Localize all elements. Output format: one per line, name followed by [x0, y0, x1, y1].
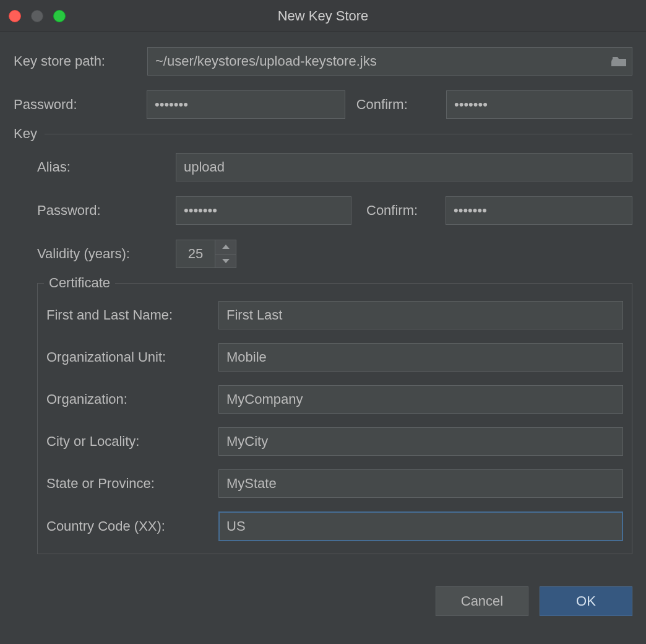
- titlebar: New Key Store: [0, 0, 646, 32]
- certificate-section: Certificate First and Last Name: Organiz…: [37, 283, 632, 554]
- certificate-section-label: Certificate: [44, 275, 115, 291]
- city-input[interactable]: [218, 427, 623, 456]
- validity-decrement-button[interactable]: [215, 255, 236, 268]
- key-section: Key Alias: Password: Confirm: Validity (…: [14, 134, 632, 554]
- first-last-input[interactable]: [218, 301, 623, 329]
- minimize-window-button: [31, 10, 43, 22]
- keystore-password-input[interactable]: [147, 90, 345, 119]
- key-confirm-input[interactable]: [446, 196, 632, 225]
- state-input[interactable]: [218, 469, 623, 498]
- org-unit-input[interactable]: [218, 343, 623, 372]
- validity-value[interactable]: 25: [176, 240, 215, 268]
- key-password-input[interactable]: [176, 196, 351, 225]
- ok-button[interactable]: OK: [540, 586, 632, 616]
- folder-icon: [611, 55, 627, 67]
- maximize-window-button[interactable]: [53, 10, 66, 22]
- validity-increment-button[interactable]: [215, 240, 236, 255]
- close-window-button[interactable]: [9, 10, 21, 22]
- state-label: State or Province:: [46, 476, 218, 492]
- chevron-down-icon: [222, 259, 230, 263]
- city-label: City or Locality:: [46, 433, 218, 450]
- key-section-label: Key: [14, 126, 45, 142]
- alias-input[interactable]: [176, 153, 632, 181]
- keystore-confirm-input[interactable]: [446, 90, 632, 119]
- country-label: Country Code (XX):: [46, 518, 218, 534]
- organization-input[interactable]: [218, 385, 623, 414]
- alias-label: Alias:: [37, 159, 176, 175]
- validity-label: Validity (years):: [37, 246, 176, 262]
- first-last-label: First and Last Name:: [46, 307, 218, 323]
- keystore-password-label: Password:: [14, 97, 147, 113]
- keystore-path-field[interactable]: [147, 47, 632, 76]
- key-password-label: Password:: [37, 202, 176, 219]
- window-controls: [9, 10, 66, 22]
- validity-spinner[interactable]: 25: [176, 240, 236, 268]
- org-unit-label: Organizational Unit:: [46, 349, 218, 365]
- keystore-path-label: Key store path:: [14, 53, 147, 69]
- key-confirm-label: Confirm:: [366, 202, 446, 219]
- organization-label: Organization:: [46, 391, 218, 407]
- chevron-up-icon: [222, 245, 230, 249]
- cancel-button[interactable]: Cancel: [436, 586, 528, 616]
- keystore-path-input[interactable]: [148, 53, 607, 69]
- keystore-confirm-label: Confirm:: [356, 97, 446, 113]
- browse-keystore-button[interactable]: [607, 48, 632, 75]
- window-title: New Key Store: [0, 8, 646, 24]
- country-input[interactable]: [218, 511, 623, 541]
